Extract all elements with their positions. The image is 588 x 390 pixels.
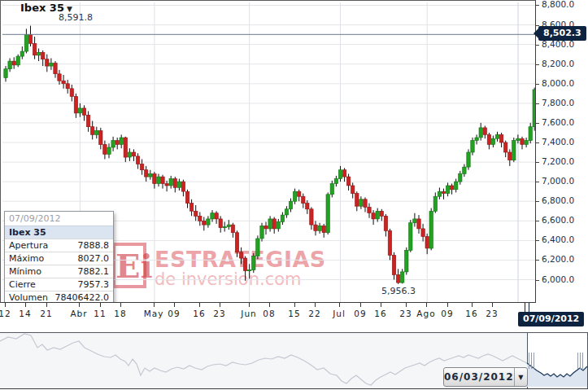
axis-tick: [536, 280, 539, 281]
date-badge-stem: [525, 303, 529, 312]
time-axis-label: 18: [114, 309, 126, 318]
candle: [359, 199, 363, 206]
candle: [50, 64, 53, 67]
candle: [384, 216, 387, 230]
time-axis-label: 09: [441, 309, 453, 318]
time-axis-label: 23: [399, 309, 412, 318]
candle: [181, 182, 185, 191]
candle: [260, 226, 264, 239]
candle: [215, 213, 218, 219]
tooltip-value: 7888.8: [78, 240, 110, 251]
candle: [401, 272, 404, 283]
candle: [99, 131, 102, 145]
axis-tick: [447, 303, 448, 307]
axis-tick: [406, 303, 407, 307]
ohlc-tooltip: 07/09/2012 Ibex 35 Apertura7888.8 Máximo…: [4, 211, 114, 303]
candle: [194, 211, 198, 216]
price-axis-label: 7,600.0: [536, 117, 588, 127]
candle: [66, 84, 69, 89]
axis-tick: [536, 221, 539, 221]
candle: [334, 179, 338, 184]
candle: [16, 56, 20, 65]
axis-tick: [339, 303, 340, 307]
candle: [525, 141, 528, 145]
axis-tick: [536, 64, 539, 65]
candle: [4, 69, 7, 78]
tooltip-row-volume: Volumen78406422.0: [5, 291, 113, 303]
axis-tick: [536, 103, 539, 104]
time-axis-label: 16: [374, 309, 386, 318]
candle: [298, 191, 301, 196]
candle: [136, 156, 139, 164]
candle: [54, 64, 57, 74]
candle: [157, 177, 160, 183]
candle: [520, 138, 524, 144]
candle: [364, 199, 367, 208]
candle: [459, 174, 462, 182]
candle: [281, 215, 284, 221]
tooltip-symbol: Ibex 35: [5, 226, 113, 239]
candle: [433, 196, 437, 211]
axis-tick: [360, 303, 361, 307]
axis-tick: [536, 84, 539, 85]
navigator-right-handle[interactable]: [577, 353, 583, 369]
candle: [322, 226, 325, 232]
candle: [388, 230, 391, 255]
candle: [28, 35, 32, 44]
chevron-down-icon[interactable]: ▼: [514, 368, 527, 386]
candle: [62, 81, 65, 84]
candle: [256, 239, 259, 256]
candle: [463, 167, 466, 173]
price-axis-label: 6,400.0: [536, 234, 588, 244]
tooltip-date: 07/09/2012: [5, 212, 113, 226]
price-axis: 8,502.3 8,800.08,600.08,400.08,200.08,00…: [536, 0, 588, 303]
start-date-value: 06/03/2012: [444, 371, 514, 383]
axis-tick: [536, 201, 539, 202]
axis-tick: [536, 5, 539, 6]
candle: [198, 216, 202, 221]
candle: [33, 43, 36, 55]
candle: [161, 177, 164, 183]
candle: [46, 59, 49, 66]
axis-tick: [174, 303, 175, 307]
main-chart[interactable]: Ei ESTRATEGIAS de inversion.com Ibex 35▼…: [0, 0, 536, 303]
candle: [95, 131, 98, 135]
tooltip-value: 78406422.0: [55, 292, 109, 303]
candle: [405, 250, 408, 272]
start-date-picker[interactable]: 06/03/2012 ▼: [443, 367, 528, 387]
time-axis-label: 23: [213, 309, 225, 318]
time-axis-label: 09: [354, 309, 366, 318]
axis-tick: [100, 303, 101, 307]
tooltip-row-open: Apertura7888.8: [5, 239, 113, 252]
candle: [264, 226, 268, 229]
candle: [277, 222, 280, 229]
candle: [417, 219, 420, 229]
candle: [41, 52, 45, 59]
tooltip-row-close: Cierre7957.3: [5, 278, 113, 291]
axis-tick: [536, 45, 539, 46]
axis-tick: [536, 182, 539, 182]
candle: [376, 211, 379, 219]
candle: [248, 270, 251, 271]
candle: [512, 141, 516, 160]
candle: [128, 152, 131, 157]
navigator-left-handle[interactable]: [529, 353, 534, 369]
candle: [491, 138, 494, 144]
candle: [285, 209, 288, 215]
axis-tick: [536, 142, 539, 143]
range-navigator[interactable]: 06/03/2012 ▼: [0, 332, 588, 389]
time-axis-label: 22: [308, 309, 320, 318]
price-axis-label: 8,200.0: [536, 59, 588, 68]
candle: [450, 186, 453, 190]
axis-tick: [79, 303, 80, 307]
last-date-badge: 07/09/2012: [518, 312, 584, 326]
candle: [211, 213, 214, 219]
candle: [239, 252, 242, 258]
tooltip-label: Máximo: [9, 253, 44, 264]
candle: [471, 141, 474, 152]
candle: [132, 152, 135, 156]
axis-tick: [294, 303, 295, 307]
axis-tick: [25, 303, 26, 307]
tooltip-value: 7882.1: [78, 266, 110, 277]
price-axis-label: 6,600.0: [536, 215, 588, 225]
